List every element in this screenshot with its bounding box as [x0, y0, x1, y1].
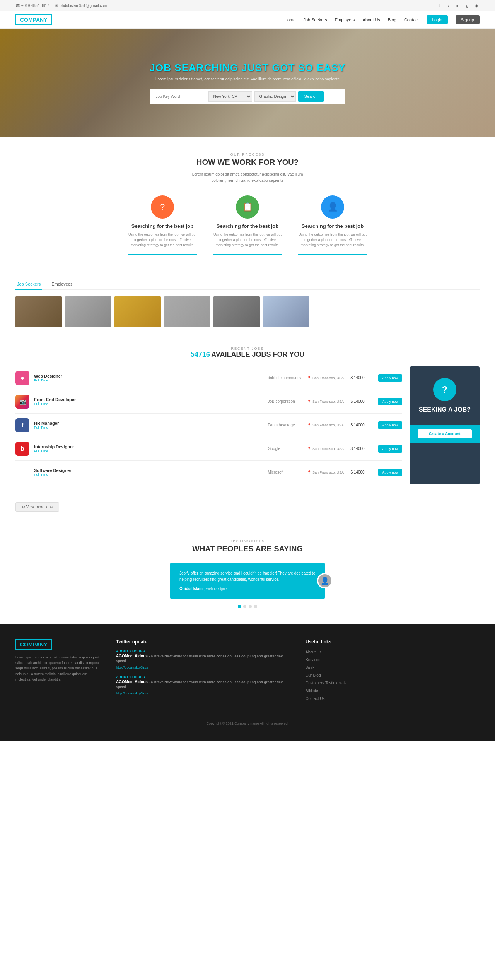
photo-thumb-5: [213, 296, 260, 327]
testimonial-card: Jobify offer an amazing service and i co…: [170, 563, 325, 599]
dot-3[interactable]: [249, 605, 252, 608]
linkedin-icon[interactable]: in: [455, 2, 461, 9]
twitter-link-2[interactable]: http://t.co/mskgl0trzs: [116, 691, 148, 695]
twitter-text-1: - a Brave New World for #rails with more…: [116, 654, 283, 663]
footer-link-about[interactable]: About Us: [306, 650, 321, 654]
job-company: JoB corporation: [268, 399, 302, 404]
footer-desc: Lorem ipsum dolor sit amet, consectetur …: [15, 655, 101, 682]
apply-button[interactable]: Apply now: [378, 469, 402, 476]
category-select[interactable]: Graphic Design Web Design Development: [254, 91, 296, 102]
testimonial-wrapper: Jobify offer an amazing service and i co…: [170, 563, 325, 599]
twitter-post-2: ABOUT 9 HOURS AGOMeet Aldous - a Brave N…: [116, 675, 290, 696]
nav-job-seekers[interactable]: Job Seekers: [303, 17, 327, 22]
sidebar-card-title: SEEKING A JOB?: [418, 406, 472, 413]
feature-item: 👤 Searching for the best job Using the o…: [298, 195, 367, 255]
tab-job-seekers[interactable]: Job Seekers: [15, 279, 42, 290]
twitter-time-1: ABOUT 9 HOURS: [116, 649, 290, 653]
hero-subtitle: Lorem ipsum dolor sit amet, consectetur …: [150, 77, 346, 81]
location-select[interactable]: New York, CA Los Angeles, CA Chicago, IL: [208, 91, 252, 102]
twitter-post-1: ABOUT 9 HOURS AGOMeet Aldous - a Brave N…: [116, 649, 290, 670]
feature-line-1: [128, 254, 197, 255]
signup-button[interactable]: Signup: [456, 15, 480, 24]
recent-jobs-label: RECENT JOBS: [15, 347, 480, 351]
search-bar: New York, CA Los Angeles, CA Chicago, IL…: [150, 89, 346, 104]
job-salary: $ 14000: [350, 446, 374, 451]
nav-employers[interactable]: Employers: [335, 17, 355, 22]
section-desc: Lorem ipsum dolor sit amet, consectetur …: [186, 171, 309, 184]
footer-link-testimonials[interactable]: Customers Testimonials: [306, 681, 346, 685]
phone-number: +019 4854 8817: [21, 3, 50, 8]
search-button[interactable]: Search: [298, 91, 324, 102]
feature-item: 📋 Searching for the best job Using the o…: [213, 195, 282, 255]
feature-title-2: Searching for the best job: [213, 223, 282, 229]
twitter-link-1[interactable]: http://t.co/mskgl0trzs: [116, 665, 148, 669]
testimonial-dots: [15, 605, 480, 608]
phone-icon: ☎: [15, 3, 20, 8]
job-item: 📷 Front End Developer Full Time JoB corp…: [15, 390, 402, 414]
logo: COMPANY: [15, 14, 52, 25]
logo-text: COMPANY: [20, 17, 48, 23]
job-type: Full Time: [34, 402, 263, 406]
tabs: Job Seekers Employees: [15, 279, 480, 290]
vimeo-icon[interactable]: v: [446, 2, 452, 9]
section-title: HOW WE WORK FOR YOU?: [15, 158, 480, 167]
footer-link-work[interactable]: Work: [306, 665, 314, 670]
google-icon[interactable]: g: [464, 2, 470, 9]
job-company: dribbble community: [268, 376, 302, 380]
footer-twitter-title: Twitter update: [116, 639, 290, 645]
feature-item: ? Searching for the best job Using the o…: [128, 195, 197, 255]
job-title: Internship Designer: [34, 445, 263, 449]
apply-button[interactable]: Apply now: [378, 445, 402, 453]
job-salary: $ 14000: [350, 423, 374, 427]
hero-title-part2: SO EASY: [298, 62, 346, 74]
facebook-icon[interactable]: f: [427, 2, 433, 9]
create-account-button[interactable]: Create a Account: [418, 429, 472, 438]
job-title: Front End Developer: [34, 397, 263, 402]
job-type: Full Time: [34, 378, 263, 382]
twitter-icon[interactable]: t: [436, 2, 442, 9]
how-we-work-section: OUR PROCESS HOW WE WORK FOR YOU? Lorem i…: [0, 137, 495, 271]
footer-link-affiliate[interactable]: Affiliate: [306, 689, 318, 693]
job-item: ● Web Designer Full Time dribbble commun…: [15, 366, 402, 390]
nav-home[interactable]: Home: [284, 17, 295, 22]
login-button[interactable]: Login: [427, 15, 448, 24]
footer-link-services[interactable]: Services: [306, 658, 320, 662]
twitter-time-2: ABOUT 9 HOURS: [116, 675, 290, 679]
tab-employees[interactable]: Employees: [50, 279, 74, 289]
jobs-count: 54716: [191, 351, 210, 358]
footer-link-blog[interactable]: Our Blog: [306, 673, 321, 677]
feature-icon-2: 📋: [236, 195, 259, 219]
search-input[interactable]: [152, 91, 206, 102]
apply-button[interactable]: Apply now: [378, 421, 402, 429]
nav-contact[interactable]: Contact: [404, 17, 419, 22]
apply-button[interactable]: Apply now: [378, 374, 402, 382]
job-info: Front End Developer Full Time: [34, 397, 263, 406]
job-item: f HR Manager Full Time Fanta beverage 📍 …: [15, 414, 402, 437]
dot-4[interactable]: [254, 605, 257, 608]
features-grid: ? Searching for the best job Using the o…: [15, 195, 480, 255]
dot-2[interactable]: [243, 605, 246, 608]
job-logo-facebook: f: [15, 418, 29, 432]
view-more-button[interactable]: ⊙ View more jobs: [15, 502, 59, 512]
header: COMPANY Home Job Seekers Employers About…: [0, 11, 495, 29]
feature-line-3: [298, 254, 367, 255]
dot-1[interactable]: [238, 605, 241, 608]
seeking-job-card: ? SEEKING A JOB? Create a Account: [410, 366, 480, 484]
apply-button[interactable]: Apply now: [378, 398, 402, 405]
job-info: Software Designer Full Time: [34, 468, 263, 477]
job-location: 📍 San Francisco, USA: [307, 447, 346, 451]
footer-link-contact[interactable]: Contact Us: [306, 696, 324, 701]
testimonials-section: TESTIMONIALS WHAT PEOPLES ARE SAYING Job…: [0, 523, 495, 624]
rss-icon[interactable]: ◉: [473, 2, 480, 9]
footer-grid: COMPANY Lorem ipsum dolor sit amet, cons…: [15, 639, 480, 703]
question-icon: ?: [433, 378, 456, 401]
feature-desc-2: Using the outcomes from the job, we will…: [213, 232, 282, 248]
footer-logo-text: COMPANY: [20, 641, 48, 648]
nav-blog[interactable]: Blog: [388, 17, 396, 22]
nav-about[interactable]: About Us: [363, 17, 380, 22]
top-bar-left: ☎ +019 4854 8817 ✉ ohdul.islam951@gmail.…: [15, 3, 107, 8]
footer-useful-title: Useful links: [306, 639, 480, 645]
job-info: Internship Designer Full Time: [34, 445, 263, 453]
job-item: b Internship Designer Full Time Google 📍…: [15, 437, 402, 461]
footer-bottom: Copyright © 2021 Company name All rights…: [15, 715, 480, 725]
